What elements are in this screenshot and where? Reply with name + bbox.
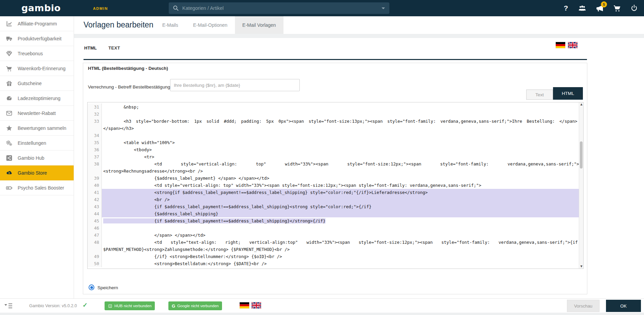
sidebar-item-psycho-sales-booster[interactable]: Psycho Sales Booster <box>0 180 74 195</box>
notification-badge[interactable]: 5 <box>601 1 607 7</box>
code-line[interactable]: <strong>Rechnungsadresse</strong><br /> <box>88 168 583 175</box>
code-line[interactable]: </span></h3> <box>88 125 583 132</box>
code-line[interactable]: 49 {/if} <strong>Bestellnummer:</strong>… <box>88 253 583 260</box>
sidebar-item-ladezeitoptimierung[interactable]: Ladezeitoptimierung <box>0 91 74 106</box>
uk-flag-icon[interactable] <box>252 302 261 309</box>
footer-menu-icon[interactable] <box>4 303 13 309</box>
tab-underline <box>84 59 587 60</box>
code-line[interactable]: 42 <br /> <box>88 196 583 203</box>
search-input[interactable] <box>182 2 376 14</box>
users-icon[interactable] <box>578 4 586 12</box>
sidebar-item-label: Affiliate-Programm <box>18 21 57 26</box>
line-number: 47 <box>88 232 102 239</box>
search-icon <box>172 5 179 12</box>
code-line[interactable]: 44 {$address_label_shipping} <box>88 210 583 217</box>
subject-label: Verrechnung - Betreff Bestellbestätigung… <box>88 84 171 90</box>
save-radio-label[interactable]: Speichern <box>97 285 118 290</box>
scrollbar-thumb[interactable] <box>580 141 583 169</box>
envelope-icon <box>6 110 13 117</box>
gambio-logo[interactable]: gambio <box>21 3 61 13</box>
chevron-down-icon[interactable] <box>382 7 385 9</box>
sidebar-item-label: Produktverfügbarkeit <box>18 36 61 41</box>
truck-icon <box>6 35 13 42</box>
hub-status-button[interactable]: HUB nicht verbunden <box>105 301 155 310</box>
line-number: 45 <box>88 217 102 224</box>
tab-e-mails[interactable]: E-Mails <box>155 16 186 34</box>
subject-input[interactable] <box>170 79 300 91</box>
sidebar-item-label: Gutscheine <box>18 81 42 86</box>
star-icon <box>6 125 13 132</box>
tab-e-mail-optionen[interactable]: E-Mail-Optionen <box>186 16 235 34</box>
code-line[interactable]: 33 <h3 style="border-bottom: 1px solid #… <box>88 118 583 125</box>
line-number: 36 <box>88 146 102 153</box>
editor-scrollbar[interactable]: ▲ ▼ <box>579 102 583 269</box>
gears-icon <box>6 140 13 146</box>
scroll-up-icon[interactable]: ▲ <box>579 102 584 106</box>
code-line[interactable]: 47 </span> </span></td> <box>88 232 583 239</box>
code-line[interactable]: 39 {$address_label_payment} </span> </sp… <box>88 175 583 182</box>
sidebar-item-affiliate-programm[interactable]: Affiliate-Programm <box>0 16 74 31</box>
code-line[interactable]: 46 <box>88 224 583 232</box>
cart-icon[interactable] <box>613 4 621 12</box>
sidebar-item-label: Warenkorb-Erinnerung <box>18 66 66 71</box>
save-radio[interactable] <box>89 284 94 290</box>
power-icon[interactable] <box>630 4 638 12</box>
sidebar-item-label: Treuebonus <box>18 51 43 56</box>
mode-button-text[interactable]: Text <box>526 90 553 100</box>
footer-bar: Gambio Version: v5.0.2.0 ✓ HUB nicht ver… <box>0 298 644 313</box>
sidebar-item-label: Gambio Hub <box>18 155 44 161</box>
sidebar-item-label: Einstellungen <box>18 140 46 146</box>
line-number: 40 <box>88 182 102 189</box>
line-number: 39 <box>88 175 102 182</box>
sidebar-menu: Affiliate-ProgrammProduktverfügbarkeitTr… <box>0 16 74 299</box>
uk-flag-icon[interactable] <box>568 42 577 48</box>
german-flag-icon[interactable] <box>240 302 249 309</box>
line-number: 38 <box>88 160 102 168</box>
code-line[interactable]: 31 &nbsp; <box>88 103 583 111</box>
code-line[interactable]: 45 {if $address_label_payment!==$address… <box>88 217 583 224</box>
sidebar-item-bewertungen-sammeln[interactable]: Bewertungen sammeln <box>0 121 74 136</box>
code-line[interactable]: 35 <table width="100%"> <box>88 139 583 146</box>
diamond-icon <box>6 50 13 57</box>
format-tabs: HTMLTEXT <box>84 45 120 51</box>
code-line[interactable]: $PAYMENT_METHOD}<strong>Zahlungsmethode:… <box>88 246 583 253</box>
code-line[interactable]: 40 <td style="vertical-align: top" width… <box>88 182 583 189</box>
code-line[interactable]: 48 <td style="text-align: right; vertica… <box>88 239 583 246</box>
google-status-button[interactable]: G Google nicht verbunden <box>168 301 222 310</box>
line-number: 46 <box>88 224 102 232</box>
sidebar-item-gambio-store[interactable]: Gambio Store <box>0 165 74 180</box>
sidebar-item-produktverfügbarkeit[interactable]: Produktverfügbarkeit <box>0 31 74 46</box>
line-number: 33 <box>88 118 102 125</box>
format-tab-html[interactable]: HTML <box>84 45 97 51</box>
mode-button-html[interactable]: HTML <box>553 87 583 100</box>
format-tab-text[interactable]: TEXT <box>108 45 120 51</box>
code-line[interactable]: 41 <strong{if $address_label_payment!==$… <box>88 189 583 196</box>
ok-button[interactable]: OK <box>606 300 641 312</box>
code-line[interactable]: 38 <td style="vertical-align: top" width… <box>88 160 583 168</box>
version-text: Gambio Version: v5.0.2.0 <box>29 303 77 308</box>
scroll-down-icon[interactable]: ▼ <box>579 264 584 269</box>
code-line[interactable]: 50 <strong>Bestelldatum:</strong> {$DATE… <box>88 260 583 267</box>
line-number <box>88 125 102 132</box>
code-line[interactable]: 37 <tr> <box>88 153 583 160</box>
preview-button[interactable]: Vorschau <box>567 300 600 312</box>
admin-label: ADMIN <box>93 6 108 11</box>
tab-e-mail-vorlagen[interactable]: E-Mail Vorlagen <box>235 16 283 34</box>
sidebar-item-newsletter-rabatt[interactable]: Newsletter-Rabatt <box>0 106 74 121</box>
sidebar-item-gutscheine[interactable]: Gutscheine <box>0 76 74 91</box>
code-editor[interactable]: 31 &nbsp;3233 <h3 style="border-bottom: … <box>87 102 584 269</box>
sidebar-item-einstellungen[interactable]: Einstellungen <box>0 136 74 151</box>
chart-icon <box>6 20 13 27</box>
check-icon: ✓ <box>82 301 88 309</box>
code-line[interactable]: 43 {if $address_label_payment!==$address… <box>88 203 583 210</box>
sidebar-item-treuebonus[interactable]: Treuebonus <box>0 46 74 61</box>
sidebar-item-gambio-hub[interactable]: Gambio Hub <box>0 151 74 165</box>
help-icon[interactable]: ? <box>562 4 570 12</box>
code-line[interactable]: 32 <box>88 111 583 118</box>
sidebar-item-warenkorb-erinnerung[interactable]: Warenkorb-Erinnerung <box>0 61 74 76</box>
footer-language-flags <box>240 302 261 309</box>
line-number <box>88 168 102 175</box>
code-line[interactable]: 34 <box>88 132 583 139</box>
german-flag-icon[interactable] <box>556 42 565 48</box>
code-line[interactable]: 36 <tbody> <box>88 146 583 153</box>
